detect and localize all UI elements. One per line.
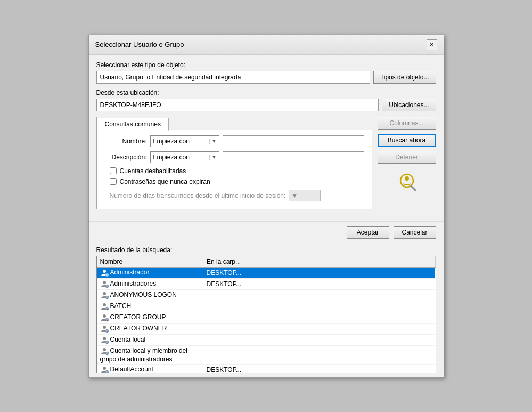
- title-bar: Seleccionar Usuario o Grupo ✕: [89, 35, 444, 55]
- name-row: Nombre: Empieza con ▼: [104, 135, 364, 147]
- cell-name: + ANONYMOUS LOGON: [97, 289, 203, 301]
- cell-location: [203, 289, 436, 301]
- cell-location: [203, 323, 436, 334]
- cell-location: [203, 312, 436, 323]
- ubicaciones-button[interactable]: Ubicaciones...: [382, 99, 436, 111]
- svg-text:+: +: [106, 352, 108, 355]
- table-row[interactable]: + Cuenta local y miembro del grupo de ad…: [97, 345, 436, 364]
- svg-point-15: [103, 314, 106, 318]
- days-label: Número de días transcurridos desde el úl…: [110, 192, 286, 199]
- cell-location: [203, 345, 436, 364]
- user-icon: +: [100, 280, 110, 287]
- cell-name: + Administradores: [97, 278, 203, 289]
- tab-consultas-comunes[interactable]: Consultas comunes: [97, 118, 169, 131]
- svg-point-12: [103, 303, 106, 306]
- tab-panel: Consultas comunes Nombre: Empieza con ▼: [96, 117, 372, 209]
- table-header: Nombre En la carp...: [97, 256, 436, 268]
- checkbox-disabled-label: Cuentas deshabilitadas: [120, 167, 186, 175]
- svg-text:+: +: [106, 329, 108, 333]
- checkbox-no-expire-input[interactable]: [110, 178, 117, 185]
- user-icon: +: [100, 325, 110, 332]
- results-table-container[interactable]: Nombre En la carp... + AdministradorDESK…: [96, 256, 436, 373]
- accept-button[interactable]: Aceptar: [347, 226, 389, 239]
- svg-line-2: [411, 186, 415, 190]
- location-label: Desde esta ubicación:: [96, 89, 436, 96]
- action-row: Aceptar Cancelar: [89, 221, 444, 243]
- cell-name: + CREATOR OWNER: [97, 323, 203, 334]
- object-type-input[interactable]: [96, 71, 370, 84]
- user-icon: +: [100, 336, 110, 343]
- dialog-body: Seleccionar este tipo de objeto: Tipos d…: [89, 55, 444, 221]
- checkbox-disabled-input[interactable]: [110, 167, 117, 174]
- table-row[interactable]: + BATCH: [97, 301, 436, 312]
- cell-location: DESKTOP...: [203, 278, 436, 289]
- days-arrow: ▼: [291, 192, 298, 199]
- table-row[interactable]: + CREATOR GROUP: [97, 312, 436, 323]
- user-icon: +: [100, 313, 110, 321]
- desc-filter-combo[interactable]: Empieza con ▼: [150, 151, 219, 163]
- object-type-row: Tipos de objeto...: [96, 71, 436, 84]
- dialog-title: Seleccionar Usuario o Grupo: [95, 41, 184, 49]
- checkbox-no-expire-label: Contraseñas que nunca expiran: [120, 178, 210, 185]
- cell-location: DESKTOP...: [203, 267, 436, 278]
- results-label: Resultado de la búsqueda:: [96, 246, 436, 254]
- cell-name: + DefaultAccount: [97, 364, 203, 373]
- cancel-button[interactable]: Cancelar: [394, 226, 436, 239]
- svg-text:+: +: [106, 285, 108, 288]
- user-icon: +: [100, 347, 110, 354]
- table-row[interactable]: + AdministradorDESKTOP...: [97, 267, 436, 278]
- user-icon: +: [100, 269, 110, 276]
- svg-point-18: [103, 326, 106, 329]
- desc-row: Descripción: Empieza con ▼: [104, 151, 364, 163]
- results-table: Nombre En la carp... + AdministradorDESK…: [97, 256, 436, 373]
- svg-point-21: [103, 337, 106, 340]
- desc-label: Descripción:: [104, 154, 147, 161]
- cell-location: [203, 334, 436, 345]
- table-row[interactable]: + AdministradoresDESKTOP...: [97, 278, 436, 289]
- name-label: Nombre:: [104, 138, 147, 145]
- svg-text:+: +: [106, 296, 108, 299]
- user-icon: +: [100, 366, 110, 373]
- results-section: Resultado de la búsqueda: Nombre En la c…: [89, 243, 444, 373]
- svg-point-24: [103, 348, 106, 351]
- checkbox-disabled-accounts: Cuentas deshabilitadas: [104, 167, 364, 175]
- user-icon: +: [100, 302, 110, 310]
- search-decorative-icon: [396, 172, 418, 193]
- object-type-label: Seleccionar este tipo de objeto:: [96, 61, 436, 69]
- stop-button[interactable]: Detener: [378, 151, 436, 164]
- search-icon-area: [378, 168, 436, 198]
- svg-point-3: [103, 270, 106, 273]
- name-filter-combo[interactable]: Empieza con ▼: [150, 135, 219, 147]
- svg-text:+: +: [106, 273, 108, 277]
- svg-text:+: +: [106, 370, 108, 373]
- select-user-group-dialog: Seleccionar Usuario o Grupo ✕ Selecciona…: [88, 35, 444, 378]
- svg-text:+: +: [106, 307, 108, 310]
- days-row: Número de días transcurridos desde el úl…: [104, 190, 364, 201]
- svg-point-27: [103, 367, 106, 370]
- cell-location: DESKTOP...: [203, 364, 436, 373]
- tab-content: Nombre: Empieza con ▼ Descripción: Empi: [97, 130, 372, 209]
- table-row[interactable]: + CREATOR OWNER: [97, 323, 436, 334]
- location-input[interactable]: [96, 99, 379, 111]
- search-button[interactable]: Buscar ahora: [378, 134, 436, 147]
- table-row[interactable]: + Cuenta local: [97, 334, 436, 345]
- table-row[interactable]: + ANONYMOUS LOGON: [97, 289, 436, 301]
- table-row[interactable]: + DefaultAccountDESKTOP...: [97, 364, 436, 373]
- desc-filter-arrow: ▼: [209, 155, 217, 160]
- svg-text:+: +: [106, 318, 108, 321]
- checkbox-no-expire: Contraseñas que nunca expiran: [104, 178, 364, 185]
- location-row: Ubicaciones...: [96, 99, 436, 111]
- user-icon: +: [100, 291, 110, 298]
- columns-button[interactable]: Columnas...: [378, 117, 436, 130]
- svg-point-9: [103, 292, 106, 295]
- col-header-name: Nombre: [97, 256, 203, 268]
- main-content: Consultas comunes Nombre: Empieza con ▼: [96, 117, 436, 215]
- desc-search-input[interactable]: [223, 151, 364, 163]
- col-header-location: En la carp...: [203, 256, 436, 268]
- right-panel: Columnas... Buscar ahora Detener: [378, 117, 436, 215]
- close-button[interactable]: ✕: [427, 39, 437, 50]
- table-body: + AdministradorDESKTOP... + Administrado…: [97, 267, 436, 373]
- cell-name: + Administrador: [97, 267, 203, 278]
- tipos-de-objeto-button[interactable]: Tipos de objeto...: [373, 71, 436, 84]
- name-search-input[interactable]: [223, 135, 364, 147]
